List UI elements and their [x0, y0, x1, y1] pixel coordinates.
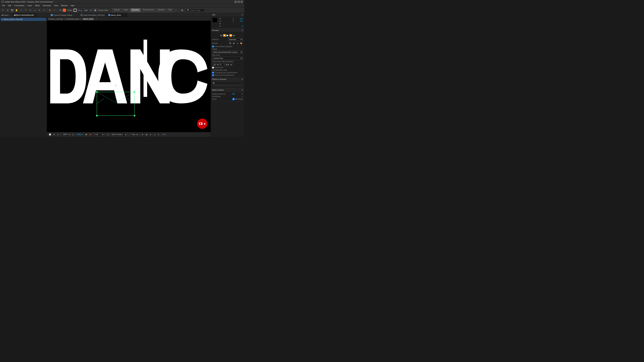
- tool-select[interactable]: ↖: [1, 8, 5, 12]
- view-select[interactable]: 1 View 2 Views 4 Views: [129, 133, 138, 136]
- menu-layer[interactable]: Layer: [26, 4, 34, 7]
- comp-tab-control-close[interactable]: ×: [49, 14, 50, 16]
- tab-effect-controls[interactable]: ■ Effect Controls DanceB ×: [12, 13, 38, 17]
- minimize-button[interactable]: —: [234, 1, 237, 3]
- preview-next-frame[interactable]: ⏩: [229, 34, 232, 37]
- tool-shape[interactable]: ◇: [33, 8, 37, 12]
- maximize-button[interactable]: □: [238, 1, 240, 3]
- effect-controls-close[interactable]: ×: [35, 14, 36, 16]
- viewer-toggle-info[interactable]: ⬜: [48, 133, 52, 136]
- preview-play[interactable]: ▶: [226, 34, 228, 37]
- tool-star[interactable]: ★: [48, 8, 52, 12]
- comp-tab-control-menu[interactable]: ≡: [73, 13, 77, 17]
- viewer-toggle-grid[interactable]: ⊞: [52, 133, 56, 136]
- comp-tab-dance-menu[interactable]: ≡: [122, 13, 126, 17]
- toggle-transparency[interactable]: ⬛: [106, 133, 110, 136]
- bc-dance[interactable]: dance_Anim: [82, 18, 94, 20]
- comp-tab-layer[interactable]: Layer Animatica_V03.mov: [79, 13, 106, 17]
- quality-select[interactable]: Full Half Third Quarter: [94, 133, 104, 136]
- menu-window[interactable]: Window: [60, 4, 69, 7]
- search-input[interactable]: [190, 9, 204, 11]
- frame-rate-select[interactable]: (25): [212, 63, 219, 66]
- preview-header[interactable]: Preview ≡: [211, 29, 244, 32]
- info-menu-icon[interactable]: ≡: [242, 14, 243, 16]
- shortcut-select[interactable]: Spacebar: [228, 38, 243, 41]
- ws-libraries[interactable]: Libraries: [156, 8, 166, 12]
- effects-search-input[interactable]: [215, 82, 242, 84]
- play-from-select[interactable]: Current Time: [212, 57, 243, 60]
- viewer-3d[interactable]: ◫: [153, 133, 156, 136]
- menu-edit[interactable]: Edit: [7, 4, 12, 7]
- viewer-safe-areas[interactable]: ▦: [145, 133, 148, 136]
- record-btn[interactable]: ⏺: [88, 133, 92, 136]
- move-time-checkbox[interactable]: [212, 74, 214, 76]
- tool-camera[interactable]: 📷: [10, 8, 14, 12]
- fullscreen-checkbox[interactable]: [212, 67, 214, 68]
- effects-presets-header[interactable]: Effects & Presets ≡: [211, 78, 244, 81]
- bc-fandanz[interactable]: Fandanz_Montaje: [48, 18, 63, 20]
- bc-estilos[interactable]: EstilosMusicales: [66, 18, 79, 20]
- project-close[interactable]: ×: [10, 14, 10, 16]
- viewer-grid-btn[interactable]: ⊞: [141, 133, 144, 136]
- snapshot-btn[interactable]: 📷: [84, 133, 88, 136]
- ws-learn[interactable]: Learn: [122, 8, 130, 12]
- preview-last[interactable]: ⏭: [233, 34, 235, 37]
- tool-pen[interactable]: ✏: [28, 8, 32, 12]
- project-item-danceb[interactable]: ▶ dance_Anim ▸ DanceB: [1, 18, 46, 21]
- include-color[interactable]: 🎨: [240, 41, 243, 45]
- viewer-toggle-mask[interactable]: ⊡: [56, 133, 60, 136]
- viewer-render[interactable]: ⊕: [157, 133, 160, 136]
- tab-project[interactable]: ■ Project ×: [0, 13, 12, 17]
- motion-sketch-header[interactable]: Motion Sketch ≡: [211, 88, 244, 92]
- wireframe-checkbox[interactable]: [232, 98, 234, 100]
- tool-puppet[interactable]: ✦: [37, 8, 41, 12]
- stroke-width-input[interactable]: [77, 9, 83, 12]
- ws-default[interactable]: Default: [112, 8, 121, 12]
- comp-tab-control[interactable]: × Control Creates Shape ≡: [47, 13, 79, 17]
- include-audio[interactable]: 🔊: [232, 41, 236, 45]
- motion-sketch-menu-icon[interactable]: ≡: [242, 89, 243, 91]
- tool-text[interactable]: T: [24, 8, 28, 12]
- stroke-color[interactable]: [74, 9, 77, 12]
- camera-select[interactable]: Active Camera Camera 1: [110, 133, 127, 136]
- workspace-more[interactable]: »: [174, 8, 178, 12]
- menu-file[interactable]: File: [1, 4, 6, 7]
- skip-input[interactable]: [220, 63, 224, 66]
- ws-standard[interactable]: Standard: [130, 8, 141, 12]
- tool-pan[interactable]: ✋: [14, 8, 18, 12]
- show-row: Show: Wireframe: [212, 98, 243, 100]
- range-select[interactable]: Work Area Extended By Current...: [212, 51, 243, 54]
- add-button[interactable]: ⊕: [89, 8, 93, 12]
- tool-extra[interactable]: ☆: [52, 8, 56, 12]
- preview-menu-icon[interactable]: ≡: [242, 29, 243, 31]
- panel-toggle[interactable]: ▤: [180, 8, 184, 12]
- include-fx[interactable]: ★: [236, 41, 239, 45]
- effects-presets-menu-icon[interactable]: ≡: [242, 78, 243, 80]
- zoom-select[interactable]: 400% 200% 100% 50%: [62, 133, 70, 136]
- comp-tab-dance[interactable]: dance_Anim ≡: [106, 13, 128, 17]
- resolution-select[interactable]: Auto Full Half: [224, 63, 232, 66]
- preview-first[interactable]: ⏮: [220, 34, 222, 37]
- bc-dropdown[interactable]: ▼: [95, 18, 98, 20]
- ws-test[interactable]: Test: [167, 8, 173, 12]
- menu-view[interactable]: View: [53, 4, 59, 7]
- menu-help[interactable]: Help: [69, 4, 76, 7]
- stroke-toggle[interactable]: ▣: [93, 8, 97, 12]
- fill-color[interactable]: [63, 9, 66, 12]
- cache-checkbox[interactable]: [212, 45, 214, 47]
- ws-small-screen[interactable]: Small Screen: [142, 8, 155, 12]
- tool-paint[interactable]: ✂: [42, 8, 46, 12]
- fit-to-comp[interactable]: ⬛: [71, 133, 75, 136]
- tool-rect[interactable]: □: [19, 8, 23, 12]
- menu-effect[interactable]: Effect: [34, 4, 41, 7]
- tool-rotate[interactable]: ↺: [6, 8, 10, 12]
- menu-animation[interactable]: Animation: [42, 4, 52, 7]
- caching-checkbox[interactable]: [212, 72, 214, 73]
- viewer-layer-controls[interactable]: ⊟: [149, 133, 152, 136]
- menu-composition[interactable]: Composition: [13, 4, 26, 7]
- close-button[interactable]: ×: [240, 1, 243, 3]
- info-header[interactable]: Info ≡: [211, 13, 244, 16]
- window-controls[interactable]: — □ ×: [234, 1, 243, 3]
- preview-prev-frame[interactable]: ⏪: [223, 34, 226, 37]
- include-video[interactable]: 🎬: [228, 41, 232, 45]
